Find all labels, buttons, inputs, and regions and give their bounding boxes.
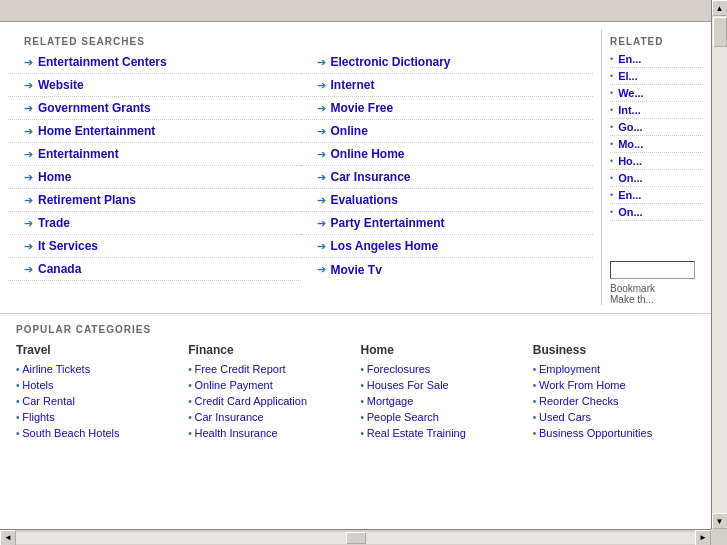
list-item: Reorder Checks [533,393,695,409]
cat-link-south-beach-hotels[interactable]: South Beach Hotels [22,427,119,439]
list-item: ➔ Canada [8,258,301,281]
search-link-movie-free[interactable]: Movie Free [331,101,394,115]
list-item: Flights [16,409,178,425]
cat-link-car-insurance-finance[interactable]: Car Insurance [195,411,264,423]
arrow-icon: • [610,54,613,64]
search-link-government-grants[interactable]: Government Grants [38,101,151,115]
horizontal-scrollbar: ◄ ► [0,529,711,545]
search-link-movie-tv[interactable]: Movie Tv [331,263,382,277]
cat-link-health-insurance[interactable]: Health Insurance [195,427,278,439]
right-link-4[interactable]: Int... [618,104,641,116]
search-link-car-insurance[interactable]: Car Insurance [331,170,411,184]
list-item: ➔ Home Entertainment [8,120,301,143]
scrollbar-corner [711,529,727,545]
h-scroll-track[interactable] [16,532,695,544]
search-link-entertainment-centers[interactable]: Entertainment Centers [38,55,167,69]
category-home-label: Home [361,343,523,357]
cat-link-people-search[interactable]: People Search [367,411,439,423]
cat-link-reorder-checks[interactable]: Reorder Checks [539,395,618,407]
list-item: Hotels [16,377,178,393]
list-item: • Int... [610,102,703,119]
arrow-icon: ➔ [317,56,326,69]
arrow-icon: ➔ [24,148,33,161]
categories-grid: Travel Airline Tickets Hotels Car Rental… [16,343,695,441]
right-related-label: RELATED [610,30,703,51]
related-searches-container: RELATED SEARCHES ➔ Entertainment Centers… [0,30,711,314]
cat-link-work-from-home[interactable]: Work From Home [539,379,626,391]
cat-link-airline-tickets[interactable]: Airline Tickets [22,363,90,375]
search-link-website[interactable]: Website [38,78,84,92]
search-link-home[interactable]: Home [38,170,71,184]
right-link-2[interactable]: El... [618,70,638,82]
right-link-10[interactable]: On... [618,206,642,218]
cat-link-foreclosures[interactable]: Foreclosures [367,363,431,375]
cat-link-real-estate-training[interactable]: Real Estate Training [367,427,466,439]
list-item: ➔ It Services [8,235,301,258]
search-link-home-entertainment[interactable]: Home Entertainment [38,124,155,138]
arrow-icon: • [610,122,613,132]
cat-link-employment[interactable]: Employment [539,363,600,375]
arrow-icon: • [610,156,613,166]
scroll-down-button[interactable]: ▼ [712,513,728,529]
right-link-9[interactable]: En... [618,189,641,201]
search-link-online-home[interactable]: Online Home [331,147,405,161]
cat-link-credit-card-application[interactable]: Credit Card Application [195,395,308,407]
scroll-right-button[interactable]: ► [695,530,711,546]
h-scroll-thumb[interactable] [346,532,366,544]
list-item: ➔ Entertainment [8,143,301,166]
search-link-party-entertainment[interactable]: Party Entertainment [331,216,445,230]
cat-link-online-payment[interactable]: Online Payment [195,379,273,391]
cat-link-used-cars[interactable]: Used Cars [539,411,591,423]
bookmark-input[interactable] [610,261,695,279]
scroll-up-button[interactable]: ▲ [712,0,728,16]
cat-link-hotels[interactable]: Hotels [22,379,53,391]
list-item: South Beach Hotels [16,425,178,441]
search-link-online[interactable]: Online [331,124,368,138]
search-link-internet[interactable]: Internet [331,78,375,92]
search-link-entertainment[interactable]: Entertainment [38,147,119,161]
arrow-icon: • [610,207,613,217]
arrow-icon: ➔ [317,148,326,161]
cat-link-car-rental[interactable]: Car Rental [22,395,75,407]
scroll-left-button[interactable]: ◄ [0,530,16,546]
search-link-retirement-plans[interactable]: Retirement Plans [38,193,136,207]
search-link-canada[interactable]: Canada [38,262,81,276]
search-link-trade[interactable]: Trade [38,216,70,230]
category-travel-list: Airline Tickets Hotels Car Rental Flight… [16,361,178,441]
list-item: Credit Card Application [188,393,350,409]
category-finance-label: Finance [188,343,350,357]
search-link-it-services[interactable]: It Services [38,239,98,253]
list-item: ➔ Los Angeles Home [301,235,594,258]
right-link-5[interactable]: Go... [618,121,642,133]
category-finance-list: Free Credit Report Online Payment Credit… [188,361,350,441]
main-container: RELATED SEARCHES ➔ Entertainment Centers… [0,0,727,545]
arrow-icon: ➔ [24,171,33,184]
search-link-los-angeles-home[interactable]: Los Angeles Home [331,239,439,253]
right-link-8[interactable]: On... [618,172,642,184]
cat-link-free-credit-report[interactable]: Free Credit Report [195,363,286,375]
cat-link-flights[interactable]: Flights [22,411,54,423]
right-link-1[interactable]: En... [618,53,641,65]
scroll-thumb[interactable] [713,17,727,47]
top-bar [0,0,711,22]
search-link-evaluations[interactable]: Evaluations [331,193,398,207]
search-grid: ➔ Entertainment Centers ➔ Electronic Dic… [8,51,593,281]
cat-link-mortgage[interactable]: Mortgage [367,395,413,407]
right-link-6[interactable]: Mo... [618,138,643,150]
list-item: ➔ Home [8,166,301,189]
category-home-list: Foreclosures Houses For Sale Mortgage Pe… [361,361,523,441]
list-item: ➔ Retirement Plans [8,189,301,212]
cat-link-houses-for-sale[interactable]: Houses For Sale [367,379,449,391]
arrow-icon: • [610,173,613,183]
popular-categories-section: POPULAR CATEGORIES Travel Airline Ticket… [0,314,711,451]
search-link-electronic-dictionary[interactable]: Electronic Dictionary [331,55,451,69]
list-item: ➔ Online Home [301,143,594,166]
right-link-7[interactable]: Ho... [618,155,642,167]
cat-link-business-opportunities[interactable]: Business Opportunities [539,427,652,439]
list-item: ➔ Car Insurance [301,166,594,189]
right-panel: RELATED • En... • El... • We... • [601,30,711,305]
popular-categories-label: POPULAR CATEGORIES [16,324,695,335]
arrow-icon: ➔ [24,217,33,230]
scroll-track[interactable] [712,16,727,513]
right-link-3[interactable]: We... [618,87,643,99]
